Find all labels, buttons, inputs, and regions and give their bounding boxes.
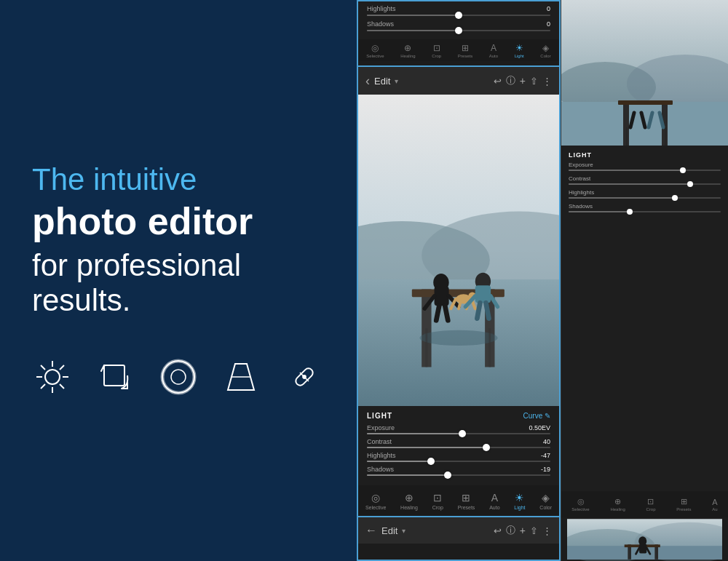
exposure-slider[interactable] [367, 433, 550, 434]
svg-line-5 [41, 365, 45, 370]
svg-line-43 [486, 303, 488, 318]
edit-label[interactable]: Edit [374, 76, 390, 87]
side-exposure-slider[interactable] [569, 170, 721, 171]
left-panel: The intuitive photo editor for professio… [0, 0, 357, 561]
side-bottom-toolbar: ◎ Selective ⊕ Healing ⊡ Crop ⊞ Presets A [561, 491, 728, 517]
top-highlights-value: 0 [547, 5, 550, 12]
side-contrast-label: Contrast [569, 175, 721, 182]
back-button[interactable]: ‹ [365, 73, 370, 89]
side-exposure-row: Exposure [569, 162, 721, 171]
side-tool-presets[interactable]: ⊞ Presets [676, 497, 691, 512]
phone-bottom-partial: ← Edit ▾ ↩ ⓘ + ⇧ ⋮ [357, 517, 561, 561]
highlights-label: Highlights [367, 452, 396, 459]
bottom-phone-add[interactable]: + [520, 525, 526, 536]
highlights-slider[interactable] [367, 461, 550, 462]
svg-rect-9 [104, 365, 124, 386]
info-icon[interactable]: ⓘ [506, 74, 515, 87]
bottom-phone-more[interactable]: ⋮ [542, 525, 552, 536]
phone-middle-main: ‹ Edit ▾ ↩ ⓘ + ⇧ ⋮ [357, 65, 561, 517]
side-screenshots-column: LIGHT Exposure Contrast [561, 0, 728, 561]
highlights-value: -47 [541, 452, 550, 459]
svg-rect-53 [618, 100, 673, 105]
shadows-slider-row: Shadows -19 [367, 466, 550, 476]
main-photo-area [358, 95, 559, 406]
highlights-slider-row: Highlights -47 [367, 452, 550, 462]
top-highlights-label: Highlights [367, 5, 396, 12]
shadows-label: Shadows [367, 466, 394, 473]
shadows-slider[interactable] [367, 474, 550, 476]
svg-point-18 [303, 375, 306, 378]
bottom-phone-share[interactable]: ⇧ [530, 525, 538, 536]
side-exposure-label: Exposure [569, 162, 721, 168]
svg-point-11 [162, 361, 194, 393]
bottom-phone-info[interactable]: ⓘ [506, 524, 515, 537]
shadows-value: -19 [541, 466, 550, 473]
right-panel: Highlights 0 Shadows 0 [357, 0, 728, 561]
tagline-bold: photo editor [32, 201, 325, 242]
side-light-title: LIGHT [561, 146, 728, 162]
exposure-value: 0.50EV [529, 424, 550, 431]
undo-icon[interactable]: ↩ [494, 76, 502, 87]
svg-rect-68 [639, 544, 646, 553]
tool-auto[interactable]: A Auto [489, 492, 499, 510]
more-icon[interactable]: ⋮ [542, 76, 552, 87]
bottom-phone-back[interactable]: ← [365, 524, 377, 537]
svg-rect-37 [475, 285, 491, 303]
tagline-sub: for professionalresults. [32, 248, 325, 319]
edit-dropdown-icon[interactable]: ▾ [395, 77, 398, 85]
contrast-label: Contrast [367, 438, 392, 445]
side-top-photo [561, 0, 728, 146]
svg-line-8 [41, 384, 45, 389]
svg-line-40 [436, 306, 439, 320]
side-contrast-slider[interactable] [569, 183, 721, 185]
vignette-icon [158, 355, 199, 399]
svg-line-42 [477, 303, 480, 318]
light-panel-title: LIGHT [367, 412, 392, 420]
tagline-regular: The intuitive [32, 162, 325, 197]
svg-line-7 [60, 365, 64, 370]
side-sliders: Exposure Contrast Highlights [561, 162, 728, 491]
healing-icon [284, 355, 325, 399]
tool-selective[interactable]: ◎ Selective [365, 492, 386, 510]
side-highlights-label: Highlights [569, 189, 721, 196]
tool-light[interactable]: ☀ Light [514, 492, 525, 510]
phone-middle-toolbar: ‹ Edit ▾ ↩ ⓘ + ⇧ ⋮ [358, 67, 559, 95]
bottom-phone-undo[interactable]: ↩ [494, 525, 502, 536]
side-bottom-edit-toolbar [561, 517, 728, 561]
share-icon[interactable]: ⇧ [530, 76, 538, 87]
side-tool-crop[interactable]: ⊡ Crop [646, 497, 655, 512]
tool-crop[interactable]: ⊡ Crop [432, 492, 443, 510]
phone-top-partial: Highlights 0 Shadows 0 [357, 0, 561, 65]
side-tool-healing[interactable]: ⊕ Healing [610, 497, 625, 512]
light-icon [32, 355, 73, 399]
side-shadows-row: Shadows [569, 203, 721, 212]
add-icon[interactable]: + [520, 75, 526, 87]
crop-rotate-icon [95, 355, 135, 399]
side-highlights-slider[interactable] [569, 197, 721, 199]
side-tool-auto[interactable]: A Au [712, 498, 717, 512]
svg-line-33 [459, 302, 461, 309]
svg-line-6 [60, 384, 64, 389]
bottom-phone-dropdown[interactable]: ▾ [402, 527, 405, 535]
side-shadows-label: Shadows [569, 203, 721, 210]
top-shadows-value: 0 [547, 20, 550, 28]
bottom-phone-edit[interactable]: Edit [381, 525, 397, 536]
perspective-icon [221, 355, 261, 399]
tool-healing[interactable]: ⊕ Healing [400, 492, 418, 510]
side-highlights-row: Highlights [569, 189, 721, 199]
svg-point-12 [171, 370, 186, 384]
light-adjustment-panel: LIGHT Curve ✎ Exposure 0.50EV [358, 406, 559, 485]
tool-presets[interactable]: ⊞ Presets [458, 492, 475, 510]
curve-button[interactable]: Curve ✎ [523, 412, 550, 420]
contrast-value: 40 [543, 438, 550, 445]
side-tool-selective[interactable]: ◎ Selective [571, 497, 589, 512]
phones-column: Highlights 0 Shadows 0 [357, 0, 561, 561]
exposure-label: Exposure [367, 424, 395, 431]
contrast-slider-row: Contrast 40 [367, 438, 550, 448]
contrast-slider[interactable] [367, 447, 550, 448]
side-shadows-slider[interactable] [569, 211, 721, 212]
bottom-toolbar: ◎ Selective ⊕ Healing ⊡ Crop ⊞ Presets A [358, 485, 559, 516]
tool-color[interactable]: ◈ Color [539, 492, 552, 510]
top-shadows-label: Shadows [367, 20, 394, 28]
svg-point-44 [420, 330, 498, 346]
